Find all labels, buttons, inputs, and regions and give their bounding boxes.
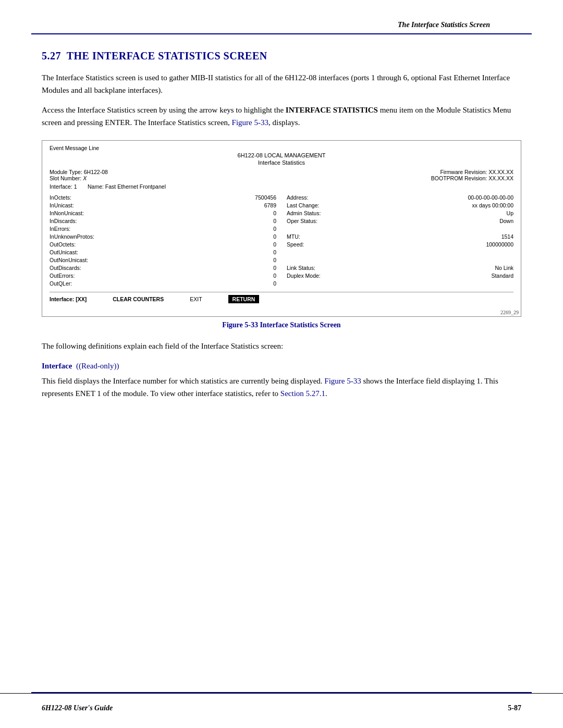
interface-label: Interface: [50,183,72,190]
stat-row-inunknownprotos: InUnknownProtos: 0 [50,233,276,240]
stat-row-linkstatus: Link Status: No Link [287,264,513,272]
stat-row-operstatus: Oper Status: Down [287,217,513,225]
section-link[interactable]: Section 5.27.1 [280,389,325,398]
stat-row-inerrors: InErrors: 0 [50,225,276,232]
figure-inner: Event Message Line 6H122-08 LOCAL MANAGE… [42,141,521,309]
stat-row-empty2 [287,249,513,256]
footer-left: 6H122-08 User's Guide [42,704,113,712]
figure-caption-text: Figure 5-33 Interface Statistics Screen [222,321,340,329]
stat-row-outdiscards: OutDiscards: 0 [50,264,276,272]
stat-row-mtu: MTU: 1514 [287,233,513,240]
event-message-line: Event Message Line [50,145,513,151]
stat-row-indiscards: InDiscards: 0 [50,217,276,225]
field-name: Interface [42,362,72,370]
figure-caption-number: 2269_29 [42,309,521,316]
stats-grid: InOctets: 7500456 InUnicast: 6789 InNonU… [50,194,513,288]
paragraph-2: Access the Interface Statistics screen b… [42,104,521,129]
stat-row-outoctets: OutOctets: 0 [50,241,276,248]
right-stats-col: Address: 00-00-00-00-00-00 Last Change: … [282,194,513,288]
figure-link[interactable]: Figure 5-33 [232,118,268,127]
field-qualifier: ((Read-only)) [76,362,119,370]
footer-exit: EXIT [190,296,202,302]
figure-footer-bar: Interface: [XX] CLEAR COUNTERS EXIT RETU… [50,292,513,303]
field-description: This field displays the Interface number… [42,375,521,400]
stat-row-innonunicast: InNonUnicast: 0 [50,209,276,217]
footer-interface: Interface: [XX] [50,296,87,302]
figure-box: Event Message Line 6H122-08 LOCAL MANAGE… [42,140,521,317]
stat-row-inunicast: InUnicast: 6789 [50,202,276,209]
stat-row-outunicast: OutUnicast: 0 [50,249,276,256]
slot-number: Slot Number: X [50,175,108,181]
stat-row-inoctets: InOctets: 7500456 [50,194,276,201]
interface-row: Interface: 1 Name: Fast Ethernet Frontpa… [50,183,513,190]
page-container: The Interface Statistics Screen 5.27 THE… [0,0,563,728]
firmware-revision: Firmware Revision: XX.XX.XX [431,169,513,175]
field-heading: Interface ((Read-only)) [42,362,521,371]
section-number: 5.27 [42,50,61,61]
interface-value: 1 [74,183,77,190]
paragraph-1: The Interface Statistics screen is used … [42,71,521,96]
stat-row-empty1 [287,225,513,232]
figure-caption: Figure 5-33 Interface Statistics Screen [42,321,521,329]
stat-row-adminstatus: Admin Status: Up [287,209,513,217]
stat-row-outerrors: OutErrors: 0 [50,272,276,279]
stat-row-duplexmode: Duplex Mode: Standard [287,272,513,279]
definitions-intro: The following definitions explain each f… [42,340,521,352]
page-footer: 6H122-08 User's Guide 5-87 [0,693,563,728]
footer-clear-counters: CLEAR COUNTERS [113,296,164,302]
bootprom-revision: BOOTPROM Revision: XX.XX.XX [431,175,513,181]
screen-title: Interface Statistics [50,159,513,166]
module-left: Module Type: 6H122-08 Slot Number: X [50,169,108,181]
spacer [0,428,563,692]
figure-5-33-link[interactable]: Figure 5-33 [324,377,361,385]
module-row: Module Type: 6H122-08 Slot Number: X Fir… [50,169,513,181]
module-type: Module Type: 6H122-08 [50,169,108,175]
header-title: The Interface Statistics Screen [398,21,490,29]
stat-row-outnonunicast: OutNonUnicast: 0 [50,256,276,264]
footer-right: 5-87 [508,704,521,712]
footer-return: RETURN [228,295,260,303]
stat-row-empty3 [287,256,513,264]
bold-text: INTERFACE STATISTICS [286,106,378,114]
section-heading: 5.27 THE INTERFACE STATISTICS SCREEN [42,50,521,62]
left-stats-col: InOctets: 7500456 InUnicast: 6789 InNonU… [50,194,282,288]
stat-row-speed: Speed: 100000000 [287,241,513,248]
main-content: 5.27 THE INTERFACE STATISTICS SCREEN The… [0,34,563,428]
module-right: Firmware Revision: XX.XX.XX BOOTPROM Rev… [431,169,513,181]
stat-row-outqlen: OutQLer: 0 [50,280,276,287]
page-header: The Interface Statistics Screen [31,0,532,34]
interface-name: Name: Fast Ethernet Frontpanel [88,183,166,190]
stat-row-lastchange: Last Change: xx days 00:00:00 [287,202,513,209]
system-title: 6H122-08 LOCAL MANAGEMENT [50,152,513,158]
section-title: THE INTERFACE STATISTICS SCREEN [67,50,267,61]
stat-row-address: Address: 00-00-00-00-00-00 [287,194,513,201]
